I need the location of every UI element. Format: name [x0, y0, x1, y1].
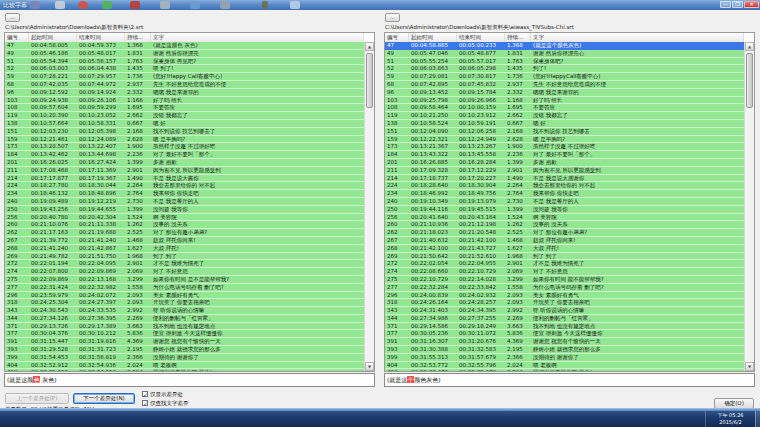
maximize-button-icon[interactable]: ❐ — [732, 1, 743, 8]
table-row[interactable]: 34400:27:34.98600:27:37.2552.269便利的删帖与「红… — [385, 315, 744, 323]
table-row[interactable]: 31800:24:26.16400:24:28.2572.093开玩笑了 你要去… — [385, 299, 744, 307]
table-row[interactable]: 27200:22:01.19400:22:04.0952.901才不是 我难为情… — [5, 260, 364, 268]
table-row[interactable]: 25000:19:43.25600:19:44.6551.399没问题 我等你 — [5, 206, 364, 214]
table-row[interactable]: 21100:17:09.32800:17:12.2292.901因为看不见 所以… — [385, 167, 744, 175]
table-row[interactable]: 20100:16:26.88500:16:28.2841.399多谢 抱歉 — [385, 159, 744, 167]
column-header-text[interactable]: 文字 — [151, 33, 364, 42]
table-row[interactable]: 4900:05:47.04600:05:48.8771.831谢谢 然后你很漂亮… — [385, 50, 744, 58]
browse-left-button[interactable]: ... — [5, 13, 20, 22]
checkbox-icon[interactable] — [142, 391, 148, 397]
table-row[interactable]: 39900:31:54.45300:31:56.8192.366没期待的 谢谢你… — [5, 354, 364, 362]
table-row[interactable]: 39100:31:15.44700:31:19.8164.369谢谢您 祝您有个… — [5, 338, 364, 346]
table-row[interactable]: 25000:19:44.11600:19:45.5151.399没问题 我等你 — [385, 206, 744, 214]
table-row[interactable]: 10800:09:58.46400:10:00.1591.695不要答应 — [385, 104, 744, 112]
table-row[interactable]: 37700:30:05.23600:30:11.0725.836便宜 很刺激 今… — [385, 330, 744, 338]
column-header-number[interactable]: 编号 — [385, 33, 409, 42]
table-row[interactable]: 26800:21:41.24000:21:42.8671.627大叔 拜托! — [5, 245, 364, 253]
taskbar-clock[interactable]: 下午 05:26 2015/6/2 — [705, 411, 755, 427]
table-row[interactable]: 10300:09:24.93800:09:26.1061.168好了吗 组长 — [5, 97, 364, 105]
table-row[interactable]: 25600:20:41.64000:20:43.1641.524啊 美容院 — [385, 214, 744, 222]
table-row[interactable]: 11900:10:21.25000:10:23.9122.662没错 我都忘了 — [385, 112, 744, 120]
table-row[interactable]: 34300:24:31.40300:24:34.3952.992呀 听你说话的心… — [385, 307, 744, 315]
scroll-down-icon[interactable]: ▼ — [745, 362, 754, 371]
table-row[interactable]: 17300:13:21.36700:13:23.2671.900虽然样子没趣 不… — [385, 143, 744, 151]
column-header-end[interactable]: 结束时间 — [77, 33, 125, 42]
table-row[interactable]: 29600:24:00.83900:24:02.9322.093美女 素颜好有勇… — [385, 292, 744, 300]
table-row[interactable]: 26900:21:49.78200:21:51.7501.968到了 到了 — [5, 253, 364, 261]
table-row[interactable]: 22400:18:27.78000:18:30.0442.264我会去那里给你的… — [5, 182, 364, 190]
column-header-start[interactable]: 起始时间 — [29, 33, 77, 42]
next-difference-button[interactable]: 下一个差异处(N) — [73, 393, 135, 404]
table-row[interactable]: 39300:31:29.52800:31:31.7232.195静姬小姐 就强求… — [5, 346, 364, 354]
table-row[interactable]: 41800:33:31.61600:33:34.2102.594我们出发去战斗吧… — [5, 369, 364, 371]
column-header-start[interactable]: 起始时间 — [409, 33, 457, 42]
table-row[interactable]: 27700:22:32.28400:22:33.8421.558为什么电话号码存… — [385, 284, 744, 292]
table-row[interactable]: 29600:23:59.97900:24:02.0722.093美女 素颜好有勇… — [5, 292, 364, 300]
table-row[interactable]: 18400:13:43.32200:13:45.5582.236对了 最好不要叫… — [385, 151, 744, 159]
show-only-differences-checkbox[interactable]: 仅显示差异处 — [142, 390, 189, 398]
table-row[interactable]: 26200:21:18.02300:21:20.5482.525对了 那位有趣小… — [385, 229, 744, 237]
table-row[interactable]: 26000:21:10.07600:21:11.3381.262没事的 没关系 — [5, 221, 364, 229]
table-row[interactable]: 40400:32:52.91200:32:54.9362.024喂 老板啊 — [5, 362, 364, 370]
table-row[interactable]: 5200:06:03.86300:06:05.2981.435到了! — [385, 65, 744, 73]
left-scrollbar[interactable]: ▲ ▼ — [364, 42, 374, 371]
table-row[interactable]: 6800:07:42.03500:07:44.9722.937先生 不好意思给您… — [5, 81, 364, 89]
column-header-duration[interactable]: 持续... — [505, 33, 531, 42]
titlebar[interactable]: 比较字幕 — ❐ ✕ — [0, 0, 760, 10]
table-row[interactable]: 22400:18:28.64000:18:30.9042.264我会去那里给你的… — [385, 182, 744, 190]
table-row[interactable]: 26700:21:40.63200:21:42.1001.468赵叔 拜托你回来… — [385, 237, 744, 245]
previous-difference-button[interactable]: 上一个差异处(P) — [5, 393, 69, 404]
scroll-up-icon[interactable]: ▲ — [745, 42, 754, 51]
table-row[interactable]: 34300:24:30.54300:24:33.5352.992呀 听你说话的心… — [5, 307, 364, 315]
table-row[interactable]: 37700:30:04.37600:30:10.2125.836便宜 很刺激 今… — [5, 330, 364, 338]
table-row[interactable]: 15100:12:04.09000:12:06.2582.168找不到说你 技艺… — [385, 128, 744, 136]
column-header-end[interactable]: 结束时间 — [457, 33, 505, 42]
table-row[interactable]: 27400:22:08.66000:22:10.7292.069对了 不好意思 — [385, 268, 744, 276]
table-row[interactable]: 18400:13:42.46200:13:44.6982.236对了 最好不要叫… — [5, 151, 364, 159]
table-row[interactable]: 20100:16:26.02500:16:27.4241.399多谢 抱歉 — [5, 159, 364, 167]
table-row[interactable]: 21400:17:18.73700:17:20.2271.490不是 我是说太感… — [385, 175, 744, 183]
table-row[interactable]: 27700:22:31.42400:22:32.9821.558为什么电话号码存… — [5, 284, 364, 292]
table-row[interactable]: 21400:17:17.87700:17:19.3671.490不是 我是说大酱… — [5, 175, 364, 183]
table-row[interactable]: 31800:24:25.30400:24:27.3972.093开玩笑了 你要去… — [5, 299, 364, 307]
table-row[interactable]: 17300:13:20.50700:13:22.4071.900虽然样子没趣 不… — [5, 143, 364, 151]
checkbox-icon[interactable] — [142, 400, 148, 406]
column-header-text[interactable]: 文字 — [531, 33, 744, 42]
table-row[interactable]: 25600:20:40.78000:20:42.3041.524啊 美容院 — [5, 214, 364, 222]
table-row[interactable]: 26700:21:39.77200:21:41.2401.468赵叔 拜托你回来… — [5, 237, 364, 245]
left-diff-preview[interactable]: (就是这颜色 灰色) — [4, 373, 375, 387]
table-row[interactable]: 26900:21:50.64200:21:52.6101.968到了 到了 — [385, 253, 744, 261]
table-row[interactable]: 13800:10:57.66400:10:58.3310.667嗯 好 — [5, 120, 364, 128]
table-row[interactable]: 15100:12:03.23000:12:05.3982.168找不到说你 技艺… — [5, 128, 364, 136]
scroll-up-icon[interactable]: ▲ — [365, 42, 374, 51]
table-row[interactable]: 9600:09:13.45200:09:15.7842.332嗯嗯 我是来谢罪的 — [385, 89, 744, 97]
table-row[interactable]: 5200:06:03.00300:06:04.4381.435喂 到了! — [5, 65, 364, 73]
minimize-button-icon[interactable]: — — [720, 1, 731, 8]
table-row[interactable]: 37100:29:13.72600:29:17.3893.663找不到地 也没有… — [5, 323, 364, 331]
table-row[interactable]: 41800:33:32.47600:33:35.0702.594我们出发去战斗吧… — [385, 369, 744, 371]
table-row[interactable]: 11900:10:20.39000:10:23.0522.662没错 我都忘了 — [5, 112, 364, 120]
table-row[interactable]: 39900:31:55.31300:31:57.6792.366没期待的 谢谢你… — [385, 354, 744, 362]
table-row[interactable]: 5900:07:29.08100:07:30.8171.736(您好!Happy… — [385, 73, 744, 81]
table-row[interactable]: 15900:12:22.32100:12:24.9492.628嗯 是平胸吗? — [385, 136, 744, 144]
table-row[interactable]: 4700:04:58.00500:04:59.3731.368(就是这颜色 灰色… — [5, 42, 364, 50]
table-row[interactable]: 4900:05:46.18600:05:48.0171.831谢谢 然后你很漂亮 — [5, 50, 364, 58]
close-button-icon[interactable]: ✕ — [744, 1, 759, 8]
table-row[interactable]: 5900:07:28.22100:07:29.9571.736(您好!Happy… — [5, 73, 364, 81]
table-row[interactable]: 4700:04:58.86500:05:00.2331.368(就是这个颜色灰色… — [385, 42, 744, 50]
table-row[interactable]: 39100:31:16.30700:31:20.6764.369谢谢您 祝您有个… — [385, 338, 744, 346]
left-scrollbar-thumb[interactable] — [366, 53, 373, 108]
table-row[interactable]: 24000:19:09.48900:19:12.2192.730不是 我是餐厅的… — [5, 198, 364, 206]
scroll-down-icon[interactable]: ▼ — [365, 362, 374, 371]
table-row[interactable]: 40400:32:53.77200:32:55.7962.024喂 老板啊 — [385, 362, 744, 370]
table-row[interactable]: 21100:17:08.46800:17:11.3692.901因为看不见 所以… — [5, 167, 364, 175]
table-row[interactable]: 27500:22:10.72900:22:14.0283.299如果你有时间 能… — [385, 276, 744, 284]
column-header-duration[interactable]: 持续... — [125, 33, 151, 42]
right-scrollbar[interactable]: ▲ ▼ — [744, 42, 754, 371]
right-diff-preview[interactable]: (就是这个颜色灰色) — [384, 373, 755, 387]
table-row[interactable]: 26200:21:17.16300:21:19.6882.525对了 那位有趣小… — [5, 229, 364, 237]
table-row[interactable]: 9600:09:12.59200:09:14.9242.332嗯嗯 我是来谢罪的 — [5, 89, 364, 97]
right-scrollbar-thumb[interactable] — [746, 53, 753, 108]
table-row[interactable]: 5100:05:54.39400:05:56.1571.763保重身体 再见吧? — [5, 58, 364, 66]
table-row[interactable]: 37100:29:14.58600:29:18.2493.663找不到地 也没有… — [385, 323, 744, 331]
